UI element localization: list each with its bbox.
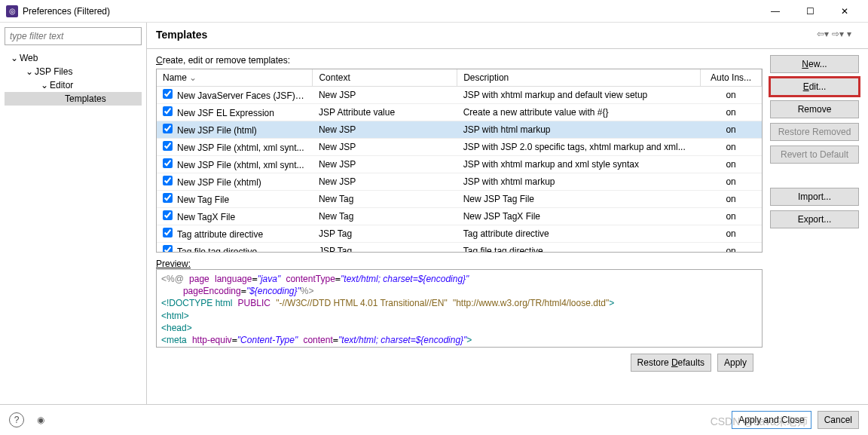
templates-description: Create, edit or remove templates: <box>156 55 763 66</box>
col-header-context[interactable]: Context <box>313 69 457 87</box>
row-checkbox[interactable] <box>163 193 173 203</box>
edit-button[interactable]: Edit... <box>770 78 859 96</box>
row-checkbox[interactable] <box>163 158 173 168</box>
row-checkbox[interactable] <box>163 106 173 116</box>
row-checkbox[interactable] <box>163 141 173 151</box>
tree-item-editor[interactable]: ⌄Editor <box>5 78 142 92</box>
restore-defaults-button[interactable]: Restore Defaults <box>631 354 711 372</box>
row-checkbox[interactable] <box>163 89 173 99</box>
row-checkbox[interactable] <box>163 245 173 253</box>
remove-button[interactable]: Remove <box>770 100 859 118</box>
page-title: Templates <box>156 29 814 41</box>
minimize-button[interactable]: — <box>758 0 793 23</box>
tree-item-jsp-files[interactable]: ⌄JSP Files <box>5 65 142 78</box>
titlebar: Preferences (Filtered) — ☐ ✕ <box>0 0 868 23</box>
forward-icon[interactable]: ⇨▾ <box>832 29 844 41</box>
row-checkbox[interactable] <box>163 228 173 237</box>
table-row[interactable]: New JSP File (html)New JSPJSP with html … <box>157 121 762 139</box>
tree: ⌄Web⌄JSP Files⌄EditorTemplates <box>0 50 146 404</box>
table-row[interactable]: New Tag FileNew TagNew JSP Tag Fileon <box>157 191 762 208</box>
apply-and-close-button[interactable]: Apply and Close <box>732 411 811 429</box>
table-row[interactable]: New JSP File (xhtml, xml synt...New JSPJ… <box>157 156 762 173</box>
table-row[interactable]: Tag file tag directiveJSP TagTag file ta… <box>157 243 762 253</box>
sidebar: ⌄Web⌄JSP Files⌄EditorTemplates <box>0 23 147 404</box>
col-header-description[interactable]: Description <box>457 69 701 87</box>
table-row[interactable]: Tag attribute directiveJSP TagTag attrib… <box>157 225 762 243</box>
help-icon[interactable]: ? <box>9 412 24 427</box>
back-icon[interactable]: ⇦▾ <box>817 29 829 41</box>
import-button[interactable]: Import... <box>770 188 859 206</box>
col-header-auto[interactable]: Auto Ins... <box>701 69 762 87</box>
restore-removed-button: Restore Removed <box>770 123 859 141</box>
templates-table[interactable]: Name Context Description Auto Ins... New… <box>156 69 763 253</box>
apply-button[interactable]: Apply <box>717 354 753 372</box>
menu-icon[interactable]: ▾ <box>847 29 859 41</box>
tree-item-templates[interactable]: Templates <box>5 92 142 106</box>
preview-label: Preview: <box>156 259 763 269</box>
preview-box[interactable]: <%@ page language="java" contentType="te… <box>156 269 763 348</box>
close-button[interactable]: ✕ <box>827 0 862 23</box>
filter-input[interactable] <box>5 27 142 45</box>
table-row[interactable]: New JSP File (xhtml, xml synt...New JSPJ… <box>157 139 762 156</box>
export-button[interactable]: Export... <box>770 210 859 228</box>
table-row[interactable]: New JSP File (xhtml)New JSPJSP with xhtm… <box>157 173 762 191</box>
window-title: Preferences (Filtered) <box>23 6 758 17</box>
tree-item-web[interactable]: ⌄Web <box>5 51 142 65</box>
maximize-button[interactable]: ☐ <box>793 0 827 23</box>
table-row[interactable]: New JSF EL ExpressionJSP Attribute value… <box>157 104 762 121</box>
table-row[interactable]: New JavaServer Faces (JSF) P...New JSPJS… <box>157 87 762 104</box>
col-header-name[interactable]: Name <box>157 69 313 87</box>
cancel-button[interactable]: Cancel <box>818 411 859 429</box>
revert-default-button: Revert to Default <box>770 146 859 164</box>
row-checkbox[interactable] <box>163 210 173 220</box>
target-icon[interactable]: ◉ <box>33 412 48 427</box>
row-checkbox[interactable] <box>163 176 173 185</box>
row-checkbox[interactable] <box>163 124 173 133</box>
app-icon <box>6 5 18 17</box>
new-button[interactable]: New... <box>770 55 859 73</box>
table-row[interactable]: New TagX FileNew TagNew JSP TagX Fileon <box>157 208 762 225</box>
